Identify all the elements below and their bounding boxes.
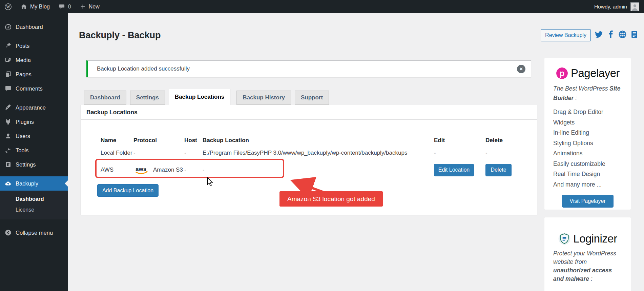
wrench-icon — [5, 147, 12, 154]
site-name-link[interactable]: My Blog — [16, 0, 54, 13]
visit-pagelayer-button[interactable]: Visit Pagelayer — [562, 195, 614, 208]
sidebar-item-plugins[interactable]: Plugins — [0, 115, 68, 129]
pages-icon — [5, 71, 12, 78]
feature-item: Widgets — [553, 117, 631, 128]
table-row: Local Folder - - E:/Program Files/EasyPH… — [95, 146, 531, 160]
sidebar-item-label: Media — [16, 57, 31, 63]
cell-delete: - — [485, 146, 531, 160]
sidebar-item-label: Settings — [16, 161, 36, 168]
wordpress-logo-icon: W — [4, 3, 12, 11]
cell-edit: - — [434, 146, 485, 160]
tab-backup-history[interactable]: Backup History — [236, 91, 291, 105]
sidebar-item-appearance[interactable]: Appearance — [0, 100, 68, 115]
svg-text:p: p — [560, 69, 565, 78]
cell-location: E:/Program Files/EasyPHP 3.0/www/wp_back… — [203, 146, 434, 160]
gauge-icon — [5, 23, 12, 30]
panel-title: Backup Locations — [81, 105, 537, 120]
feature-item: Animations — [553, 148, 631, 159]
cell-delete: Delete — [485, 160, 531, 180]
sliders-icon — [5, 161, 12, 168]
delete-location-button[interactable]: Delete — [485, 164, 512, 176]
loginizer-features: BruteForce Protection reCaptcha — [553, 289, 631, 291]
pagelayer-name: Pagelayer — [571, 67, 620, 80]
col-delete: Delete — [485, 135, 531, 146]
new-content-menu[interactable]: New — [76, 0, 104, 13]
wordpress-logo-menu[interactable]: W — [0, 0, 16, 13]
pagelayer-logo: p Pagelayer — [544, 58, 631, 80]
account-menu[interactable]: Howdy, admin — [594, 2, 644, 11]
feature-item: Real Time Design — [553, 169, 631, 179]
svg-text:W: W — [6, 4, 10, 9]
sidebar-item-backuply[interactable]: Backuply — [0, 176, 68, 191]
backuply-submenu: Dashboard License — [0, 191, 68, 219]
media-icon — [5, 57, 12, 63]
howdy-label: Howdy, admin — [594, 4, 627, 10]
sidebar-item-media[interactable]: Media — [0, 53, 68, 67]
svg-text:aws: aws — [136, 166, 146, 172]
cell-protocol: aws Amazon S3 — [133, 160, 184, 180]
comment-icon — [5, 85, 12, 92]
tab-dashboard[interactable]: Dashboard — [84, 91, 126, 105]
notice-message: Backup Location added successfully — [88, 61, 531, 77]
sidebar-item-pages[interactable]: Pages — [0, 67, 68, 81]
feature-item: Styling Options — [553, 138, 631, 149]
sidebar-item-settings[interactable]: Settings — [0, 157, 68, 172]
cell-name: AWS — [95, 160, 133, 180]
tab-settings[interactable]: Settings — [130, 91, 165, 105]
brush-icon — [5, 104, 12, 111]
loginizer-shield-icon — [558, 232, 571, 245]
submenu-item-license[interactable]: License — [0, 205, 68, 215]
backup-locations-table: Name Protocol Host Backup Location Edit … — [95, 135, 531, 180]
comments-shortcut[interactable]: 0 — [54, 0, 76, 13]
content-area: Backuply - Backup Review Backuply Backup… — [68, 13, 644, 291]
protocol-label: Amazon S3 — [153, 167, 183, 173]
cell-host: - — [184, 160, 203, 180]
backuply-tabs: Dashboard Settings Backup Locations Back… — [84, 89, 333, 105]
col-edit: Edit — [434, 135, 485, 146]
sidebar-item-dashboard[interactable]: Dashboard — [0, 20, 68, 34]
loginizer-name: Loginizer — [573, 232, 617, 245]
sidebar-item-tools[interactable]: Tools — [0, 143, 68, 157]
comments-count: 0 — [68, 4, 71, 10]
tab-support[interactable]: Support — [295, 91, 329, 105]
col-protocol: Protocol — [133, 135, 184, 146]
twitter-icon[interactable] — [595, 30, 603, 39]
globe-icon[interactable] — [618, 30, 627, 39]
cell-location: - — [203, 160, 434, 180]
sidebar-item-label: Tools — [16, 147, 29, 154]
menu-separator — [0, 96, 68, 100]
cell-host: - — [184, 146, 203, 160]
submenu-item-dashboard[interactable]: Dashboard — [0, 194, 68, 205]
edit-location-button[interactable]: Edit Location — [434, 164, 474, 176]
sidebar-item-comments[interactable]: Comments — [0, 81, 68, 96]
sidebar-item-posts[interactable]: Posts — [0, 39, 68, 53]
backup-locations-panel: Backup Locations Name Protocol Host Back… — [81, 105, 537, 215]
sidebar-item-label: Posts — [16, 43, 29, 49]
sidebar-item-users[interactable]: Users — [0, 129, 68, 143]
loginizer-logo: Loginizer — [544, 217, 631, 245]
home-icon — [21, 3, 27, 10]
tab-backup-locations[interactable]: Backup Locations — [169, 89, 230, 105]
user-icon — [5, 133, 12, 139]
col-backup-location: Backup Location — [203, 135, 434, 146]
cloud-upload-icon — [5, 180, 12, 187]
sidebar-item-label: Comments — [16, 85, 43, 92]
review-backuply-button[interactable]: Review Backuply — [541, 29, 591, 41]
table-header-row: Name Protocol Host Backup Location Edit … — [95, 135, 531, 146]
feature-item: In-line Editing — [553, 128, 631, 138]
add-backup-location-button[interactable]: Add Backup Location — [97, 184, 159, 197]
collapse-menu-button[interactable]: Collapse menu — [0, 226, 68, 240]
new-label: New — [89, 4, 100, 10]
menu-separator — [0, 172, 68, 176]
dismiss-notice-button[interactable]: ✕ — [517, 65, 525, 73]
pagelayer-icon: p — [556, 67, 568, 80]
aws-logo: aws — [133, 165, 151, 175]
news-doc-icon[interactable] — [630, 30, 639, 39]
sidebar-item-label: Backuply — [16, 180, 38, 187]
plug-icon — [5, 118, 12, 125]
cell-protocol: - — [133, 146, 184, 160]
social-links — [595, 30, 639, 39]
loginizer-tagline: Protect your WordPress website from unau… — [553, 249, 623, 283]
sidebar-item-label: Users — [16, 133, 30, 139]
facebook-icon[interactable] — [606, 30, 615, 39]
